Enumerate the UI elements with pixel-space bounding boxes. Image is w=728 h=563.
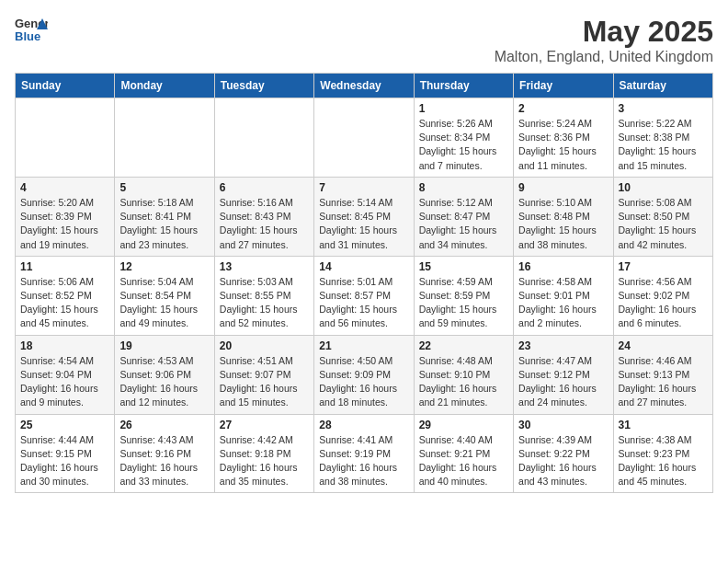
day-number: 31: [619, 419, 708, 431]
day-info: Sunrise: 5:03 AM Sunset: 8:55 PM Dayligh…: [220, 275, 309, 331]
day-info: Sunrise: 5:08 AM Sunset: 8:50 PM Dayligh…: [619, 196, 708, 252]
day-info: Sunrise: 5:24 AM Sunset: 8:36 PM Dayligh…: [518, 117, 608, 173]
day-info: Sunrise: 5:06 AM Sunset: 8:52 PM Dayligh…: [20, 275, 109, 331]
day-info: Sunrise: 4:51 AM Sunset: 9:07 PM Dayligh…: [220, 354, 309, 410]
calendar-cell: 20Sunrise: 4:51 AM Sunset: 9:07 PM Dayli…: [214, 335, 313, 414]
calendar-cell: [115, 98, 214, 178]
calendar-cell: 19Sunrise: 4:53 AM Sunset: 9:06 PM Dayli…: [115, 335, 214, 414]
calendar-cell: 27Sunrise: 4:42 AM Sunset: 9:18 PM Dayli…: [214, 414, 313, 493]
calendar-week-row: 4Sunrise: 5:20 AM Sunset: 8:39 PM Daylig…: [16, 177, 713, 256]
calendar-cell: 28Sunrise: 4:41 AM Sunset: 9:19 PM Dayli…: [314, 414, 414, 493]
day-number: 2: [518, 102, 608, 115]
day-number: 15: [419, 260, 508, 273]
day-info: Sunrise: 4:41 AM Sunset: 9:19 PM Dayligh…: [319, 433, 408, 489]
calendar-cell: 16Sunrise: 4:58 AM Sunset: 9:01 PM Dayli…: [514, 256, 613, 335]
calendar-cell: 2Sunrise: 5:24 AM Sunset: 8:36 PM Daylig…: [514, 98, 613, 178]
calendar-cell: 1Sunrise: 5:26 AM Sunset: 8:34 PM Daylig…: [414, 98, 513, 178]
calendar-cell: 7Sunrise: 5:14 AM Sunset: 8:45 PM Daylig…: [314, 177, 414, 256]
day-info: Sunrise: 5:26 AM Sunset: 8:34 PM Dayligh…: [419, 117, 508, 173]
day-info: Sunrise: 5:14 AM Sunset: 8:45 PM Dayligh…: [319, 196, 408, 252]
day-info: Sunrise: 4:40 AM Sunset: 9:21 PM Dayligh…: [419, 433, 508, 489]
title-block: May 2025 Malton, England, United Kingdom: [495, 15, 713, 65]
calendar-week-row: 11Sunrise: 5:06 AM Sunset: 8:52 PM Dayli…: [16, 256, 713, 335]
day-number: 7: [319, 181, 408, 194]
day-number: 19: [119, 339, 209, 352]
calendar-week-row: 25Sunrise: 4:44 AM Sunset: 9:15 PM Dayli…: [16, 414, 713, 493]
calendar-week-row: 18Sunrise: 4:54 AM Sunset: 9:04 PM Dayli…: [16, 335, 713, 414]
day-number: 12: [119, 260, 209, 273]
day-number: 25: [20, 419, 109, 431]
day-info: Sunrise: 4:42 AM Sunset: 9:18 PM Dayligh…: [220, 433, 309, 489]
day-number: 27: [220, 419, 309, 431]
day-info: Sunrise: 4:39 AM Sunset: 9:22 PM Dayligh…: [518, 433, 608, 489]
calendar-cell: 11Sunrise: 5:06 AM Sunset: 8:52 PM Dayli…: [16, 256, 115, 335]
calendar-week-row: 1Sunrise: 5:26 AM Sunset: 8:34 PM Daylig…: [16, 98, 713, 178]
day-number: 28: [319, 419, 408, 431]
calendar-cell: 13Sunrise: 5:03 AM Sunset: 8:55 PM Dayli…: [214, 256, 313, 335]
day-info: Sunrise: 4:43 AM Sunset: 9:16 PM Dayligh…: [119, 433, 209, 489]
day-info: Sunrise: 4:59 AM Sunset: 8:59 PM Dayligh…: [419, 275, 508, 331]
day-number: 8: [419, 181, 508, 194]
calendar-cell: 21Sunrise: 4:50 AM Sunset: 9:09 PM Dayli…: [314, 335, 414, 414]
calendar-cell: 25Sunrise: 4:44 AM Sunset: 9:15 PM Dayli…: [16, 414, 115, 493]
day-info: Sunrise: 5:10 AM Sunset: 8:48 PM Dayligh…: [518, 196, 608, 252]
calendar-cell: 29Sunrise: 4:40 AM Sunset: 9:21 PM Dayli…: [414, 414, 513, 493]
day-number: 14: [319, 260, 408, 273]
calendar-table: SundayMondayTuesdayWednesdayThursdayFrid…: [15, 73, 713, 493]
calendar-header-wednesday: Wednesday: [314, 74, 414, 98]
calendar-cell: 3Sunrise: 5:22 AM Sunset: 8:38 PM Daylig…: [613, 98, 712, 178]
day-number: 6: [220, 181, 309, 194]
calendar-cell: 23Sunrise: 4:47 AM Sunset: 9:12 PM Dayli…: [514, 335, 613, 414]
page-header: General Blue May 2025 Malton, England, U…: [15, 15, 713, 65]
day-number: 17: [619, 260, 708, 273]
day-number: 3: [619, 102, 708, 115]
day-number: 26: [119, 419, 209, 431]
location: Malton, England, United Kingdom: [495, 49, 713, 65]
day-info: Sunrise: 5:01 AM Sunset: 8:57 PM Dayligh…: [319, 275, 408, 331]
day-number: 13: [220, 260, 309, 273]
day-info: Sunrise: 5:22 AM Sunset: 8:38 PM Dayligh…: [619, 117, 708, 173]
day-info: Sunrise: 5:20 AM Sunset: 8:39 PM Dayligh…: [20, 196, 109, 252]
calendar-cell: 22Sunrise: 4:48 AM Sunset: 9:10 PM Dayli…: [414, 335, 513, 414]
day-info: Sunrise: 4:48 AM Sunset: 9:10 PM Dayligh…: [419, 354, 508, 410]
day-number: 21: [319, 339, 408, 352]
day-info: Sunrise: 5:16 AM Sunset: 8:43 PM Dayligh…: [220, 196, 309, 252]
day-number: 20: [220, 339, 309, 352]
day-info: Sunrise: 4:58 AM Sunset: 9:01 PM Dayligh…: [518, 275, 608, 331]
calendar-header-sunday: Sunday: [16, 74, 115, 98]
day-info: Sunrise: 5:18 AM Sunset: 8:41 PM Dayligh…: [119, 196, 209, 252]
calendar-cell: 14Sunrise: 5:01 AM Sunset: 8:57 PM Dayli…: [314, 256, 414, 335]
calendar-cell: [16, 98, 115, 178]
day-info: Sunrise: 5:04 AM Sunset: 8:54 PM Dayligh…: [119, 275, 209, 331]
calendar-cell: 4Sunrise: 5:20 AM Sunset: 8:39 PM Daylig…: [16, 177, 115, 256]
day-info: Sunrise: 4:47 AM Sunset: 9:12 PM Dayligh…: [518, 354, 608, 410]
calendar-header-thursday: Thursday: [414, 74, 513, 98]
calendar-header-friday: Friday: [514, 74, 613, 98]
calendar-cell: 30Sunrise: 4:39 AM Sunset: 9:22 PM Dayli…: [514, 414, 613, 493]
calendar-cell: [314, 98, 414, 178]
logo-icon: General Blue: [15, 15, 48, 42]
day-number: 22: [419, 339, 508, 352]
day-number: 24: [619, 339, 708, 352]
calendar-cell: 18Sunrise: 4:54 AM Sunset: 9:04 PM Dayli…: [16, 335, 115, 414]
day-number: 16: [518, 260, 608, 273]
calendar-cell: 8Sunrise: 5:12 AM Sunset: 8:47 PM Daylig…: [414, 177, 513, 256]
day-number: 1: [419, 102, 508, 115]
day-number: 5: [119, 181, 209, 194]
calendar-cell: 15Sunrise: 4:59 AM Sunset: 8:59 PM Dayli…: [414, 256, 513, 335]
day-info: Sunrise: 4:54 AM Sunset: 9:04 PM Dayligh…: [20, 354, 109, 410]
calendar-cell: [214, 98, 313, 178]
calendar-cell: 9Sunrise: 5:10 AM Sunset: 8:48 PM Daylig…: [514, 177, 613, 256]
month-title: May 2025: [495, 15, 713, 49]
logo: General Blue: [15, 15, 48, 42]
calendar-header-row: SundayMondayTuesdayWednesdayThursdayFrid…: [16, 74, 713, 98]
day-info: Sunrise: 4:38 AM Sunset: 9:23 PM Dayligh…: [619, 433, 708, 489]
calendar-header-tuesday: Tuesday: [214, 74, 313, 98]
day-number: 9: [518, 181, 608, 194]
calendar-cell: 10Sunrise: 5:08 AM Sunset: 8:50 PM Dayli…: [613, 177, 712, 256]
day-info: Sunrise: 4:46 AM Sunset: 9:13 PM Dayligh…: [619, 354, 708, 410]
calendar-cell: 24Sunrise: 4:46 AM Sunset: 9:13 PM Dayli…: [613, 335, 712, 414]
day-number: 11: [20, 260, 109, 273]
calendar-cell: 12Sunrise: 5:04 AM Sunset: 8:54 PM Dayli…: [115, 256, 214, 335]
day-number: 23: [518, 339, 608, 352]
